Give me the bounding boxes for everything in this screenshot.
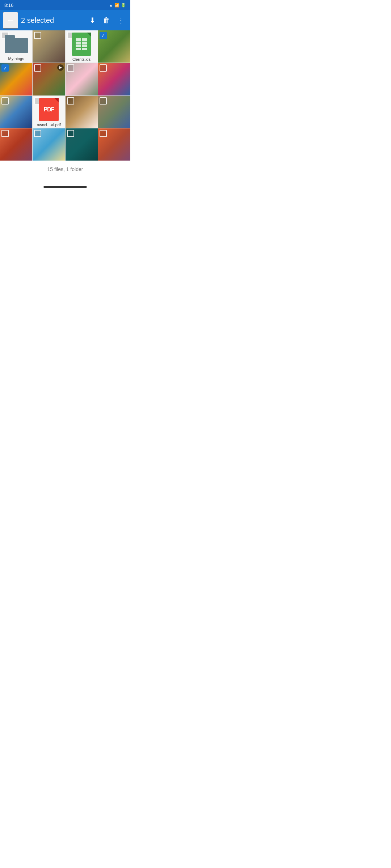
checkbox-img-sunset-sea[interactable] <box>100 64 107 72</box>
toolbar-title: 2 selected <box>21 16 84 25</box>
checkbox-img-beach[interactable] <box>34 130 41 137</box>
home-indicator[interactable] <box>43 186 87 188</box>
pdf-icon: PDF <box>37 98 60 121</box>
grid-item-img-village[interactable] <box>98 128 130 161</box>
status-bar: 8:16 ▲ 📶 🔋 <box>0 0 130 10</box>
checkbox-img-kili[interactable] <box>100 32 107 39</box>
battery-icon: 🔋 <box>121 3 126 8</box>
grid-item-img-beach[interactable] <box>33 128 65 161</box>
checkbox-img-village[interactable] <box>100 130 107 137</box>
checkbox-img-alley[interactable] <box>67 64 74 72</box>
grid-item-img-boats[interactable] <box>0 63 32 95</box>
file-name-folder-mythings: Mythings <box>8 56 24 61</box>
file-grid: Mythings <box>0 30 130 161</box>
file-count: 15 files, 1 folder <box>47 166 83 172</box>
grid-item-file-pdf[interactable]: PDF owncl…al.pdf <box>33 96 65 128</box>
file-name-file-clients: Clients.xls <box>72 57 91 62</box>
more-button[interactable]: ⋮ <box>114 13 127 27</box>
delete-button[interactable]: 🗑 <box>100 13 113 27</box>
toolbar: ← 2 selected ⬇ 🗑 ⋮ <box>0 10 130 30</box>
footer-info: 15 files, 1 folder <box>0 161 130 178</box>
grid-item-img-eiffel[interactable] <box>66 96 98 128</box>
wifi-icon: ▲ <box>109 3 113 7</box>
download-button[interactable]: ⬇ <box>87 13 98 27</box>
grid-item-file-clients[interactable]: Clients.xls <box>66 30 98 63</box>
checkbox-img-alhambra[interactable] <box>34 32 41 39</box>
grid-item-img-gecko[interactable] <box>33 63 65 95</box>
grid-item-folder-mythings[interactable]: Mythings <box>0 30 32 63</box>
checkbox-img-colosseum[interactable] <box>100 97 107 105</box>
grid-item-img-boats2[interactable] <box>66 128 98 161</box>
checkbox-img-skyline[interactable] <box>1 97 9 105</box>
grid-item-img-bikes[interactable] <box>0 128 32 161</box>
status-time: 8:16 <box>4 3 13 8</box>
xls-icon <box>70 33 93 56</box>
file-name-file-pdf: owncl…al.pdf <box>37 123 61 127</box>
toolbar-actions: ⬇ 🗑 ⋮ <box>87 13 127 27</box>
checkbox-img-boats[interactable] <box>1 64 9 72</box>
checkbox-img-bikes[interactable] <box>1 130 9 137</box>
grid-item-img-sunset-sea[interactable] <box>98 63 130 95</box>
video-badge <box>57 64 64 71</box>
nav-bar <box>0 178 130 195</box>
grid-item-img-kili[interactable] <box>98 30 130 63</box>
signal-icon: 📶 <box>114 3 119 8</box>
checkbox-img-eiffel[interactable] <box>67 97 74 105</box>
grid-item-img-alhambra[interactable] <box>33 30 65 63</box>
folder-icon <box>5 33 28 55</box>
grid-item-img-alley[interactable] <box>66 63 98 95</box>
grid-item-img-colosseum[interactable] <box>98 96 130 128</box>
checkbox-img-boats2[interactable] <box>67 130 74 137</box>
checkbox-img-gecko[interactable] <box>34 64 41 72</box>
grid-item-img-skyline[interactable] <box>0 96 32 128</box>
status-icons: ▲ 📶 🔋 <box>109 3 126 8</box>
back-button[interactable]: ← <box>3 12 18 29</box>
